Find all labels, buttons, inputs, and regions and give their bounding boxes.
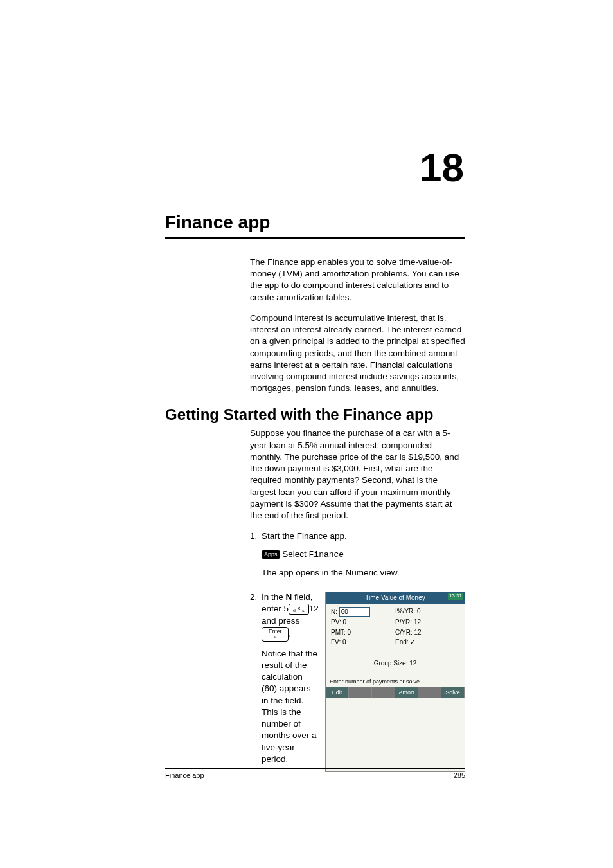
chapter-number: 18	[420, 145, 464, 190]
step1-text: Start the Finance app.	[262, 530, 465, 542]
cyr-label: C/YR:	[395, 629, 413, 636]
intro-paragraph-1: The Finance app enables you to solve tim…	[250, 257, 465, 303]
main-title: Finance app	[165, 212, 465, 239]
step1-number: 1.	[250, 530, 262, 585]
enter-key-icon: Enter≈	[262, 627, 289, 642]
menu-amort: Amort	[395, 687, 418, 698]
screenshot-title: Time Value of Money 13:31	[326, 592, 465, 604]
iyr-value: 0	[417, 608, 421, 615]
step1-select-text: Select	[280, 549, 309, 559]
calculator-screenshot: Time Value of Money 13:31 N: 60 I%/YR: 0…	[325, 592, 465, 772]
menu-blank-2	[372, 687, 395, 698]
step1-action: Apps Select Finance	[262, 548, 465, 561]
menu-blank-1	[349, 687, 372, 698]
menu-blank-3	[418, 687, 441, 698]
group-size: Group Size: 12	[331, 659, 459, 668]
pyr-label: P/YR:	[395, 619, 412, 626]
end-label: End:	[395, 638, 409, 646]
intro-paragraph-2: Compound interest is accumulative intere…	[250, 312, 465, 395]
n-row-label: N:	[331, 608, 337, 615]
step2-notice: Notice that the result of the calculatio…	[262, 648, 319, 765]
section-intro: Suppose you finance the purchase of a ca…	[250, 428, 465, 521]
pv-label: PV:	[331, 619, 341, 626]
finance-label: Finance	[309, 550, 344, 559]
fv-value: 0	[342, 638, 346, 646]
step2-instruction: In the N field, enter 5d × s12 and press…	[262, 592, 319, 642]
menu-solve: Solve	[441, 687, 465, 698]
pyr-value: 12	[414, 619, 421, 626]
pv-value: 0	[343, 619, 347, 626]
pmt-label: PMT:	[331, 629, 346, 636]
section-title: Getting Started with the Finance app	[165, 406, 465, 424]
step1-result: The app opens in the Numeric view.	[262, 567, 465, 579]
multiply-key-icon: d × s	[289, 604, 309, 615]
screenshot-hint: Enter number of payments or solve	[326, 676, 465, 687]
n-field-label: N	[286, 592, 292, 602]
end-value-check-icon: ✓	[410, 638, 415, 646]
footer-left: Finance app	[165, 772, 204, 779]
cyr-value: 12	[414, 629, 421, 636]
apps-key-icon: Apps	[262, 550, 280, 559]
n-input: 60	[339, 607, 370, 617]
screenshot-menu: Edit Amort Solve	[326, 687, 465, 698]
pmt-value: 0	[348, 629, 351, 636]
menu-edit: Edit	[326, 687, 349, 698]
fv-label: FV:	[331, 638, 341, 646]
screenshot-time: 13:31	[448, 593, 463, 600]
step2-number: 2.	[250, 592, 262, 772]
page-number: 285	[454, 772, 465, 779]
iyr-label: I%/YR:	[395, 608, 415, 615]
